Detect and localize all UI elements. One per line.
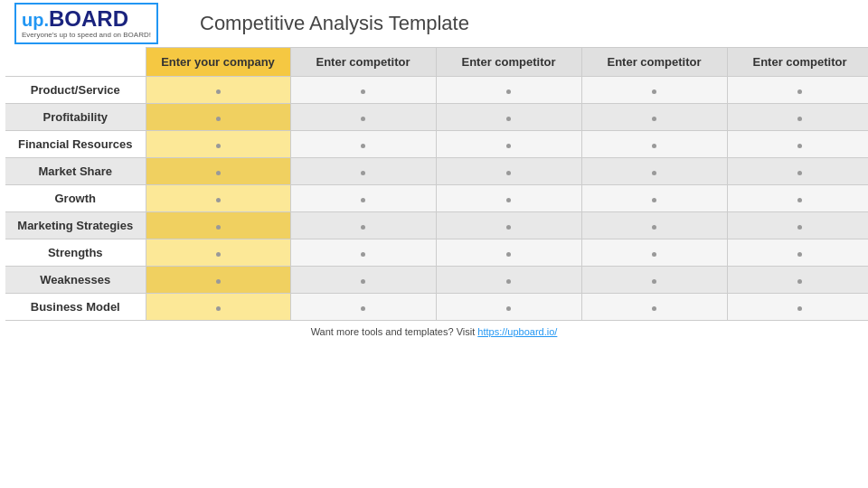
competitor-cell[interactable] (581, 77, 727, 104)
footer-text: Want more tools and templates? Visit (311, 326, 478, 337)
row-label-cell[interactable]: Market Share (5, 158, 146, 185)
bullet-icon (216, 279, 221, 284)
footer-link[interactable]: https://upboard.io/ (477, 326, 557, 337)
competitor-cell[interactable] (436, 158, 581, 185)
competitor-cell[interactable] (290, 294, 436, 321)
bullet-icon (506, 225, 511, 230)
competitor-header-1[interactable]: Enter competitor (290, 48, 436, 77)
competitor-cell[interactable] (727, 212, 868, 239)
row-label-cell[interactable]: Product/Service (5, 77, 146, 104)
table-row: Business Model (5, 294, 868, 321)
competitor-cell[interactable] (436, 267, 581, 294)
bullet-icon (506, 252, 511, 257)
row-label-cell[interactable]: Weaknesses (5, 267, 146, 294)
bullet-icon (652, 89, 656, 94)
row-label-cell[interactable]: Growth (5, 185, 146, 212)
company-cell[interactable] (146, 131, 290, 158)
row-label-cell[interactable]: Marketing Strategies (5, 212, 146, 239)
competitor-cell[interactable] (436, 294, 581, 321)
competitor-cell[interactable] (436, 104, 581, 131)
competitor-cell[interactable] (581, 104, 727, 131)
logo-area: up. BOARD Everyone's up to speed and on … (14, 3, 182, 44)
competitor-cell[interactable] (436, 239, 581, 267)
competitor-cell[interactable] (727, 239, 868, 267)
competitor-cell[interactable] (290, 212, 436, 239)
logo-up: up. (22, 10, 49, 30)
table-row: Strengths (5, 239, 868, 267)
bullet-icon (216, 198, 221, 202)
competitor-cell[interactable] (581, 131, 727, 158)
competitor-cell[interactable] (290, 77, 436, 104)
company-cell[interactable] (146, 77, 290, 104)
competitor-header-2[interactable]: Enter competitor (436, 48, 581, 77)
competitor-cell[interactable] (436, 77, 581, 104)
bullet-icon (652, 252, 656, 257)
table-row: Weaknesses (5, 267, 868, 294)
competitor-cell[interactable] (727, 185, 868, 212)
row-label-cell[interactable]: Financial Resources (5, 131, 146, 158)
bullet-icon (797, 144, 802, 148)
competitor-header-3[interactable]: Enter competitor (581, 48, 727, 77)
bullet-icon (797, 225, 802, 230)
competitor-cell[interactable] (290, 185, 436, 212)
bullet-icon (361, 225, 365, 230)
bullet-icon (797, 117, 802, 121)
table-row: Financial Resources (5, 131, 868, 158)
analysis-table: Enter your company Enter competitor Ente… (5, 47, 868, 321)
company-cell[interactable] (146, 212, 290, 239)
competitor-cell[interactable] (727, 158, 868, 185)
bullet-icon (361, 89, 365, 94)
company-header[interactable]: Enter your company (146, 48, 290, 77)
competitor-cell[interactable] (436, 185, 581, 212)
bullet-icon (652, 198, 656, 202)
competitor-cell[interactable] (581, 158, 727, 185)
competitor-cell[interactable] (727, 131, 868, 158)
table-wrapper: Enter your company Enter competitor Ente… (0, 47, 868, 321)
competitor-cell[interactable] (436, 131, 581, 158)
page-title: Competitive Analysis Template (182, 12, 469, 35)
bullet-icon (361, 171, 365, 175)
bullet-icon (361, 306, 365, 311)
competitor-cell[interactable] (290, 267, 436, 294)
company-cell[interactable] (146, 267, 290, 294)
bullet-icon (361, 144, 365, 148)
company-cell[interactable] (146, 104, 290, 131)
table-row: Growth (5, 185, 868, 212)
competitor-cell[interactable] (581, 212, 727, 239)
bullet-icon (506, 144, 511, 148)
competitor-cell[interactable] (290, 158, 436, 185)
competitor-cell[interactable] (727, 267, 868, 294)
bullet-icon (652, 171, 656, 175)
bullet-icon (361, 198, 365, 202)
bullet-icon (216, 144, 221, 148)
competitor-cell[interactable] (581, 185, 727, 212)
company-cell[interactable] (146, 158, 290, 185)
bullet-icon (652, 306, 656, 311)
row-label-cell[interactable]: Strengths (5, 239, 146, 267)
table-row: Market Share (5, 158, 868, 185)
company-cell[interactable] (146, 185, 290, 212)
row-label-cell[interactable]: Profitability (5, 104, 146, 131)
competitor-cell[interactable] (727, 294, 868, 321)
competitor-cell[interactable] (581, 267, 727, 294)
competitor-cell[interactable] (436, 212, 581, 239)
competitor-cell[interactable] (727, 77, 868, 104)
bullet-icon (652, 279, 656, 284)
bullet-icon (652, 144, 656, 148)
competitor-cell[interactable] (581, 239, 727, 267)
competitor-cell[interactable] (290, 104, 436, 131)
competitor-cell[interactable] (290, 239, 436, 267)
competitor-cell[interactable] (727, 104, 868, 131)
competitor-cell[interactable] (581, 294, 727, 321)
logo-board: BOARD (49, 7, 128, 31)
company-cell[interactable] (146, 294, 290, 321)
competitor-header-4[interactable]: Enter competitor (727, 48, 868, 77)
row-label-cell[interactable]: Business Model (5, 294, 146, 321)
company-cell[interactable] (146, 239, 290, 267)
bullet-icon (216, 225, 221, 230)
table-row: Profitability (5, 104, 868, 131)
bullet-icon (506, 198, 511, 202)
table-row: Product/Service (5, 77, 868, 104)
bullet-icon (506, 89, 511, 94)
competitor-cell[interactable] (290, 131, 436, 158)
